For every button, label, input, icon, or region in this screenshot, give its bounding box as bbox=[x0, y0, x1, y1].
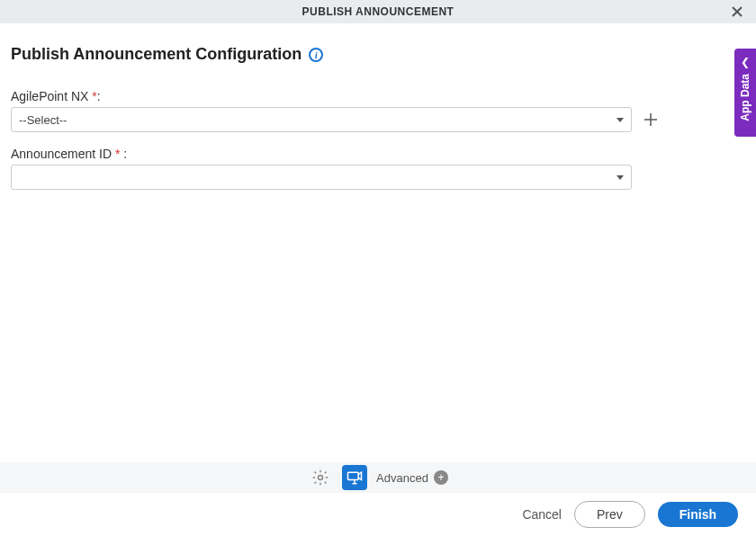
content-area: Publish Announcement Configuration i Agi… bbox=[0, 23, 756, 190]
chevron-down-icon bbox=[616, 175, 624, 180]
bottom-toolbar: Advanced + bbox=[0, 462, 756, 493]
svg-point-4 bbox=[319, 476, 323, 480]
footer: Cancel Prev Finish bbox=[0, 493, 756, 536]
agilepoint-label: AgilePoint NX *: bbox=[11, 89, 745, 103]
plus-circle-icon: + bbox=[434, 470, 448, 485]
dialog-header: PUBLISH ANNOUNCEMENT bbox=[0, 0, 756, 23]
app-data-tab-label: App Data bbox=[739, 74, 752, 121]
add-agilepoint-button[interactable] bbox=[641, 110, 661, 130]
chevron-left-icon: ❮ bbox=[741, 56, 750, 68]
svg-rect-5 bbox=[348, 472, 359, 479]
advanced-toggle[interactable]: Advanced + bbox=[376, 470, 448, 485]
gear-icon[interactable] bbox=[308, 465, 333, 490]
cancel-button[interactable]: Cancel bbox=[522, 507, 562, 522]
close-icon[interactable] bbox=[729, 4, 745, 20]
label-suffix: : bbox=[120, 147, 127, 161]
announcement-id-select[interactable] bbox=[11, 165, 632, 190]
app-data-tab[interactable]: ❮ App Data bbox=[734, 49, 756, 137]
agilepoint-select-row: --Select-- bbox=[11, 107, 745, 132]
announcement-id-field-group: Announcement ID * : bbox=[11, 147, 745, 190]
label-suffix: : bbox=[97, 89, 101, 103]
prev-button[interactable]: Prev bbox=[574, 501, 645, 528]
agilepoint-field-group: AgilePoint NX *: --Select-- bbox=[11, 89, 745, 132]
advanced-label: Advanced bbox=[376, 471, 428, 485]
page-title-row: Publish Announcement Configuration i bbox=[11, 45, 745, 64]
announcement-icon[interactable] bbox=[342, 465, 367, 490]
agilepoint-select-value: --Select-- bbox=[19, 113, 67, 127]
info-icon[interactable]: i bbox=[309, 48, 323, 62]
agilepoint-select[interactable]: --Select-- bbox=[11, 107, 632, 132]
chevron-down-icon bbox=[616, 118, 624, 122]
dialog-title: PUBLISH ANNOUNCEMENT bbox=[302, 5, 454, 18]
page-title: Publish Announcement Configuration bbox=[11, 45, 302, 64]
announcement-id-label-text: Announcement ID bbox=[11, 147, 112, 161]
agilepoint-label-text: AgilePoint NX bbox=[11, 89, 88, 103]
announcement-id-label: Announcement ID * : bbox=[11, 147, 745, 161]
finish-button[interactable]: Finish bbox=[658, 502, 738, 527]
